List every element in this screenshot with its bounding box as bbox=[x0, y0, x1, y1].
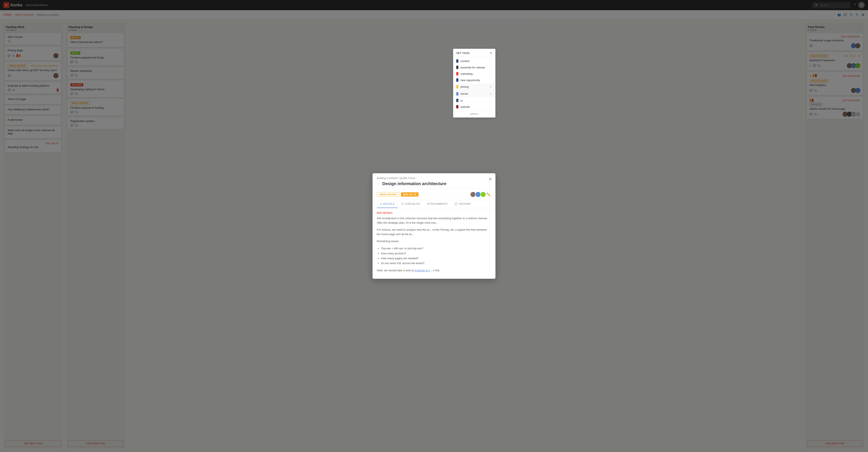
tag-item-pricing[interactable]: pricing ✓ bbox=[453, 83, 495, 90]
list-item: Do we need SSL across the board? bbox=[381, 261, 491, 266]
avatar bbox=[480, 191, 486, 197]
tag-label: website bbox=[461, 105, 470, 108]
tag-item-server[interactable]: server ✓ bbox=[453, 90, 495, 97]
tag-label: server bbox=[461, 92, 468, 95]
tag-color-dot bbox=[456, 99, 458, 102]
description-1: Info Architecture is the cohesive struct… bbox=[377, 216, 491, 225]
close-button[interactable]: ✕ bbox=[489, 176, 492, 182]
tab-details[interactable]: ≡ DETAILS bbox=[377, 200, 398, 208]
tag-label: content bbox=[461, 60, 470, 63]
tag-dropdown-title: SET TAGS bbox=[456, 52, 470, 55]
tab-attachments[interactable]: ATTACHMENTS bbox=[424, 200, 451, 208]
tag-item-website[interactable]: website bbox=[453, 104, 495, 110]
due-badge[interactable]: DUE JUL 01 bbox=[401, 192, 418, 197]
modal-title: Design information architecture bbox=[382, 181, 491, 186]
modal-overlay[interactable]: Building a website / Quality Check ☆ Des… bbox=[0, 0, 868, 452]
tag-dropdown: SET TAGS ✕ content essential for release… bbox=[453, 49, 495, 118]
tag-close-button[interactable]: ✕ bbox=[490, 51, 492, 55]
tag-color-dot bbox=[456, 72, 458, 75]
note-text: Note: we should take a look at Evaluate … bbox=[377, 268, 491, 273]
tag-label: pricing bbox=[461, 85, 469, 88]
tag-check-icon: ✓ bbox=[490, 92, 492, 96]
remaining-issues-label: Remaining issues: bbox=[377, 239, 491, 244]
tag-label: new opportunity bbox=[461, 78, 480, 82]
tag-item-ui[interactable]: ui bbox=[453, 97, 495, 104]
modal-tabs: ≡ DETAILS ☑ CHECKLIST ATTACHMENTS 🕐 HIST… bbox=[373, 200, 495, 208]
modal-actions: NEEDS REVIEW DUE JUL 01 ✏️ bbox=[373, 189, 495, 200]
list-item: Top-nav + left-nav, or just top-nav? bbox=[381, 246, 491, 251]
tag-color-dot bbox=[456, 78, 458, 82]
tag-color-dot bbox=[456, 59, 458, 63]
tag-color-dot bbox=[456, 85, 458, 89]
modal-content: EDIT DETAILS Info Architecture is the co… bbox=[373, 208, 495, 279]
tag-list: content essential for release marketing … bbox=[453, 57, 495, 111]
note-link[interactable]: Evaluate & s bbox=[414, 269, 430, 272]
tab-checklist[interactable]: ☑ CHECKLIST bbox=[398, 200, 424, 208]
tag-apply-button[interactable]: APPLY bbox=[470, 113, 478, 116]
tag-label: essential for release bbox=[461, 66, 485, 69]
tag-item-content[interactable]: content bbox=[453, 58, 495, 64]
details-icon: ≡ bbox=[380, 202, 382, 205]
modal-header: Building a website / Quality Check ☆ Des… bbox=[373, 173, 495, 189]
tag-item-marketing[interactable]: marketing bbox=[453, 70, 495, 77]
tag-check-icon: ✓ bbox=[490, 85, 492, 89]
tag-label: marketing bbox=[461, 72, 472, 75]
edit-details-label: EDIT DETAILS bbox=[377, 212, 491, 214]
task-modal: Building a website / Quality Check ☆ Des… bbox=[373, 173, 495, 279]
tag-label: ui bbox=[461, 99, 463, 102]
tag-color-dot bbox=[456, 66, 458, 69]
tag-item-essential[interactable]: essential for release bbox=[453, 64, 495, 70]
edit-assignees-button[interactable]: ✏️ bbox=[486, 192, 491, 197]
checklist-icon: ☑ bbox=[401, 202, 404, 205]
needs-review-badge[interactable]: NEEDS REVIEW bbox=[377, 192, 399, 197]
tag-item-new-opportunity[interactable]: new opportunity bbox=[453, 77, 495, 83]
tag-color-dot bbox=[456, 92, 458, 96]
tab-history[interactable]: 🕐 HISTORY bbox=[451, 200, 474, 208]
description-2: For Artoura, we need to analyze how the … bbox=[377, 228, 491, 236]
list-item: How many anchors? bbox=[381, 251, 491, 256]
issues-list: Top-nav + left-nav, or just top-nav? How… bbox=[377, 246, 491, 266]
history-icon: 🕐 bbox=[454, 202, 458, 205]
attachments-label: ATTACHMENTS bbox=[427, 202, 447, 205]
star-icon[interactable]: ☆ bbox=[377, 182, 380, 186]
tag-color-dot bbox=[456, 105, 458, 108]
modal-breadcrumb: Building a website / Quality Check bbox=[377, 176, 491, 180]
list-item: How many pages are needed? bbox=[381, 256, 491, 261]
